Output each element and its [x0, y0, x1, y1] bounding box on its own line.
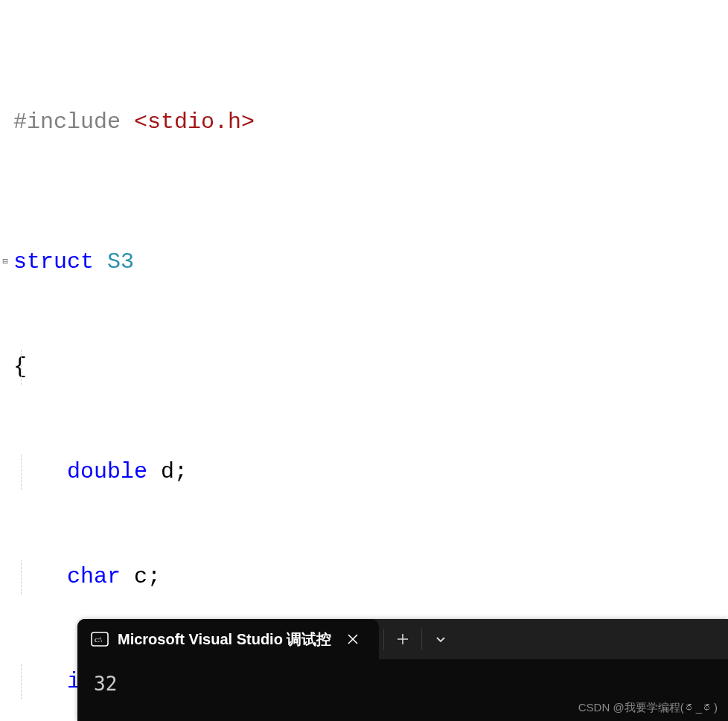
indent-guide — [21, 455, 22, 490]
console-titlebar[interactable]: c:\ Microsoft Visual Studio 调试控 — [77, 619, 728, 659]
identifier: c; — [134, 564, 161, 589]
keyword-type: double — [67, 459, 161, 484]
dropdown-button[interactable] — [422, 619, 459, 659]
console-tab[interactable]: c:\ Microsoft Visual Studio 调试控 — [77, 619, 379, 659]
indent-guide — [21, 560, 22, 595]
code-line[interactable]: double d; — [0, 455, 728, 490]
watermark-text: CSDN @我要学编程(ಥ_ಥ) — [578, 701, 718, 715]
close-tab-button[interactable] — [340, 627, 365, 652]
console-output-line: 32 — [94, 673, 117, 695]
type-name: S3 — [107, 249, 134, 275]
preproc-directive: #include — [13, 109, 134, 135]
header-name: stdio.h — [147, 109, 241, 135]
identifier: d; — [161, 459, 188, 484]
code-editor[interactable]: #include <stdio.h> ⊟struct S3 { double d… — [0, 0, 728, 721]
svg-text:c:\: c:\ — [95, 635, 102, 644]
console-output-area[interactable]: 32 — [77, 659, 728, 695]
indent-guide — [21, 664, 22, 699]
fold-toggle-icon[interactable]: ⊟ — [0, 257, 10, 268]
code-line[interactable]: char c; — [0, 560, 728, 595]
angle-close: > — [241, 109, 255, 135]
code-line[interactable]: ⊟struct S3 — [0, 245, 728, 280]
titlebar-actions — [379, 619, 459, 659]
new-tab-button[interactable] — [384, 619, 421, 659]
debug-console-window[interactable]: c:\ Microsoft Visual Studio 调试控 — [77, 619, 728, 721]
keyword-struct: struct — [13, 249, 107, 275]
keyword-type: char — [67, 564, 134, 589]
code-line[interactable]: #include <stdio.h> — [0, 105, 728, 140]
code-line[interactable]: { — [0, 350, 728, 385]
brace-open: { — [13, 354, 27, 379]
terminal-icon: c:\ — [91, 632, 109, 647]
console-tab-title: Microsoft Visual Studio 调试控 — [118, 629, 331, 650]
angle-open: < — [134, 109, 147, 135]
indent-guide — [21, 350, 22, 385]
